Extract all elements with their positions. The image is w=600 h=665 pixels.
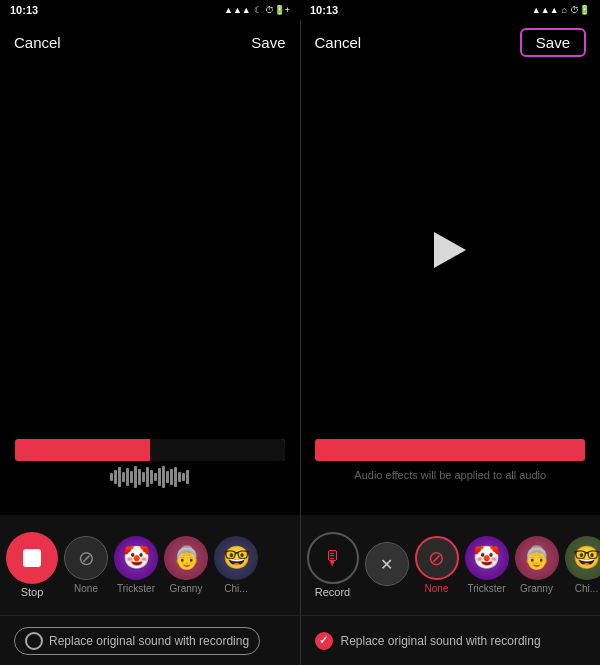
trickster-label-right: Trickster [468, 583, 506, 594]
replace-text-left: Replace original sound with recording [49, 634, 249, 648]
waveform-bar [174, 467, 177, 487]
save-button-right[interactable]: Save [520, 28, 586, 57]
status-icons-right: ▲▲▲ ⌂ ⏱🔋 [532, 5, 590, 15]
controls-left: Stop ⊘ None 🤡 Trickster 👵 G [0, 515, 301, 615]
effect-none-left[interactable]: ⊘ None [64, 536, 108, 594]
none-label-left: None [74, 583, 98, 594]
waveform-bar [114, 470, 117, 484]
waveform-bar [126, 468, 129, 486]
battery-icon-left: ⏱🔋+ [265, 5, 290, 15]
dual-header: Cancel Save Cancel Save [0, 20, 600, 64]
waveform-bar [130, 471, 133, 483]
delete-circle[interactable]: ✕ [365, 542, 409, 586]
effect-trickster-left[interactable]: 🤡 Trickster [114, 536, 158, 594]
chip-circle-right: 🤓 [565, 536, 601, 580]
status-bar-right: 10:13 ▲▲▲ ⌂ ⏱🔋 [300, 0, 600, 20]
stop-icon [23, 549, 41, 567]
granny-label-left: Granny [170, 583, 203, 594]
waveform-bar [118, 467, 121, 487]
trickster-circle-right: 🤡 [465, 536, 509, 580]
signal-icon-left: ▲▲▲ [224, 5, 251, 15]
chip-label-left: Chi... [224, 583, 247, 594]
waveform-bar [178, 472, 181, 482]
wifi-icon-left: ☾ [254, 5, 262, 15]
trickster-circle-left: 🤡 [114, 536, 158, 580]
screen-container: 10:13 ▲▲▲ ☾ ⏱🔋+ 10:13 ▲▲▲ ⌂ ⏱🔋 Cancel Sa… [0, 0, 600, 665]
waveform-bar [182, 473, 185, 481]
waveform-bar [162, 466, 165, 488]
status-time-right: 10:13 [310, 4, 338, 16]
granny-circle-left: 👵 [164, 536, 208, 580]
waveform-bar [158, 468, 161, 486]
timeline-left [0, 435, 301, 515]
cancel-button-left[interactable]: Cancel [14, 34, 61, 51]
waveform-bar [134, 466, 137, 488]
checkbox-checked-right[interactable]: ✓ [315, 632, 333, 650]
record-control: 🎙 Record [307, 532, 359, 598]
battery-icon-right: ⏱🔋 [570, 5, 590, 15]
chip-circle-left: 🤓 [214, 536, 258, 580]
dual-video [0, 64, 600, 435]
play-icon[interactable] [434, 232, 466, 268]
header-left: Cancel Save [0, 20, 301, 64]
signal-icon-right: ▲▲▲ [532, 5, 559, 15]
waveform-bar [146, 467, 149, 487]
none-circle-left: ⊘ [64, 536, 108, 580]
waveform-container [110, 465, 189, 489]
effect-chip-left[interactable]: 🤓 Chi... [214, 536, 258, 594]
effect-granny-left[interactable]: 👵 Granny [164, 536, 208, 594]
waveform-bar [186, 470, 189, 484]
effect-chip-right[interactable]: 🤓 Chi... [565, 536, 601, 594]
cancel-button-right[interactable]: Cancel [315, 34, 362, 51]
bottom-right: ✓ Replace original sound with recording [301, 616, 601, 665]
status-time-left: 10:13 [10, 4, 38, 16]
red-bar-left [15, 439, 285, 461]
stop-control: Stop [6, 532, 58, 598]
mic-icon: 🎙 [323, 547, 343, 570]
dual-status-bar: 10:13 ▲▲▲ ☾ ⏱🔋+ 10:13 ▲▲▲ ⌂ ⏱🔋 [0, 0, 600, 20]
waveform-bar [122, 472, 125, 482]
x-icon: ✕ [380, 555, 393, 574]
save-button-left[interactable]: Save [251, 34, 285, 51]
video-left [0, 64, 301, 435]
bottom-left: Replace original sound with recording [0, 616, 301, 665]
dual-timeline: Audio effects will be applied to all aud… [0, 435, 600, 515]
waveform-bar [166, 471, 169, 483]
timeline-right: Audio effects will be applied to all aud… [301, 435, 601, 515]
wifi-icon-right: ⌂ [562, 5, 567, 15]
video-right[interactable] [301, 64, 601, 435]
replace-text-right: Replace original sound with recording [341, 634, 541, 648]
dual-bottom: Replace original sound with recording ✓ … [0, 615, 600, 665]
none-icon-right: ⊘ [428, 546, 445, 570]
stop-label: Stop [21, 586, 44, 598]
none-label-right: None [425, 583, 449, 594]
record-label: Record [315, 586, 350, 598]
granny-label-right: Granny [520, 583, 553, 594]
waveform-bar [142, 472, 145, 482]
checkbox-outline-left[interactable] [25, 632, 43, 650]
waveform-bar [150, 470, 153, 484]
status-icons-left: ▲▲▲ ☾ ⏱🔋+ [224, 5, 290, 15]
checkmark-icon: ✓ [319, 634, 328, 647]
granny-circle-right: 👵 [515, 536, 559, 580]
effect-none-right[interactable]: ⊘ None [415, 536, 459, 594]
waveform-bar [110, 473, 113, 481]
waveform-bar [138, 469, 141, 485]
controls-right: 🎙 Record ✕ ⊘ None 🤡 [301, 515, 601, 615]
effect-trickster-right[interactable]: 🤡 Trickster [465, 536, 509, 594]
red-bar-right [315, 439, 585, 461]
delete-control: ✕ [365, 542, 409, 588]
audio-effects-text: Audio effects will be applied to all aud… [344, 469, 556, 481]
red-bar-overlay [150, 439, 285, 461]
none-circle-right: ⊘ [415, 536, 459, 580]
effect-granny-right[interactable]: 👵 Granny [515, 536, 559, 594]
trickster-label-left: Trickster [117, 583, 155, 594]
dual-controls: Stop ⊘ None 🤡 Trickster 👵 G [0, 515, 600, 615]
waveform-bar [154, 473, 157, 481]
record-button[interactable]: 🎙 [307, 532, 359, 584]
chip-label-right: Chi... [575, 583, 598, 594]
header-right: Cancel Save [301, 20, 601, 64]
stop-button[interactable] [6, 532, 58, 584]
replace-sound-left[interactable]: Replace original sound with recording [14, 627, 260, 655]
status-bar-left: 10:13 ▲▲▲ ☾ ⏱🔋+ [0, 0, 300, 20]
